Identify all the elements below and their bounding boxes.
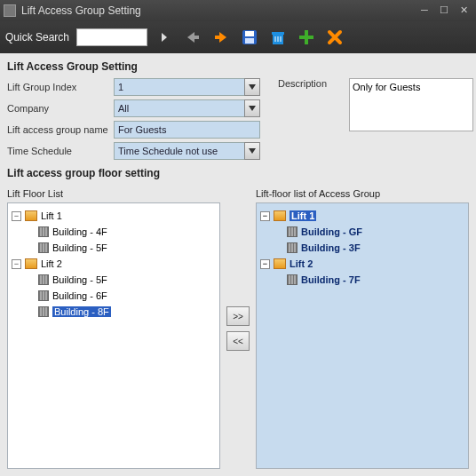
collapse-icon[interactable]: − xyxy=(260,211,270,221)
left-panel-title: Lift Floor List xyxy=(7,188,220,199)
tree-node-label: Lift 2 xyxy=(290,258,313,269)
svg-marker-0 xyxy=(162,33,167,42)
form-right: Description Only for Guests xyxy=(278,78,473,163)
tree-leaf[interactable]: Building - 5F xyxy=(38,273,216,287)
schedule-label: Time Schedule xyxy=(7,146,114,156)
tree-node-lift1[interactable]: − Lift 1 xyxy=(12,209,216,223)
desc-textarea[interactable]: Only for Guests xyxy=(349,78,473,131)
svg-marker-12 xyxy=(249,84,256,90)
window-title: Lift Access Group Setting xyxy=(21,4,414,17)
tree-node-label: Lift 1 xyxy=(290,210,316,221)
collapse-icon[interactable]: − xyxy=(12,211,21,221)
forward-button[interactable] xyxy=(210,26,233,49)
company-input[interactable] xyxy=(114,99,244,117)
chevron-down-icon[interactable] xyxy=(244,78,260,96)
form-section-title: Lift Access Group Setting xyxy=(7,60,469,73)
tree-node-label: Lift 2 xyxy=(41,258,62,269)
tree-leaf[interactable]: Building - 4F xyxy=(38,225,216,239)
tree-leaf[interactable]: Building - 8F xyxy=(38,305,216,319)
floor-section-title: Lift access group floor setting xyxy=(7,167,469,179)
lift-icon xyxy=(274,258,286,269)
form-left: Lift Group Index Company Lift access gro… xyxy=(7,78,260,163)
add-button[interactable] xyxy=(295,26,318,49)
floor-setting: Lift Floor List − Lift 1 Building - 4F B… xyxy=(7,188,469,469)
back-button[interactable] xyxy=(181,26,204,49)
delete-button[interactable] xyxy=(266,26,290,49)
index-label: Lift Group Index xyxy=(7,82,114,92)
content: Lift Access Group Setting Lift Group Ind… xyxy=(0,53,476,476)
app-icon xyxy=(4,4,16,17)
floor-icon xyxy=(38,242,49,253)
minimize-button[interactable]: ─ xyxy=(416,4,433,18)
toolbar: Quick Search xyxy=(0,21,476,53)
schedule-input[interactable] xyxy=(114,142,244,160)
tree-leaf[interactable]: Building - GF xyxy=(287,225,464,239)
left-panel: Lift Floor List − Lift 1 Building - 4F B… xyxy=(7,188,220,469)
tree-node-lift2[interactable]: − Lift 2 xyxy=(12,257,216,271)
floor-icon xyxy=(287,274,298,285)
form-area: Lift Group Index Company Lift access gro… xyxy=(7,78,469,163)
collapse-icon[interactable]: − xyxy=(260,259,270,269)
right-panel: Lift-floor list of Access Group − Lift 1… xyxy=(256,188,469,469)
maximize-button[interactable]: ☐ xyxy=(435,4,453,18)
left-tree[interactable]: − Lift 1 Building - 4F Building - 5F − L… xyxy=(7,202,220,469)
chevron-down-icon[interactable] xyxy=(244,99,260,117)
svg-marker-3 xyxy=(219,32,226,43)
move-right-button[interactable]: >> xyxy=(226,306,250,326)
tree-leaf[interactable]: Building - 6F xyxy=(38,289,216,303)
tree-node-lift1[interactable]: − Lift 1 xyxy=(260,209,464,223)
collapse-icon[interactable]: − xyxy=(12,259,21,269)
name-label: Lift access group name xyxy=(7,124,114,135)
quick-search-input[interactable] xyxy=(76,28,147,46)
chevron-down-icon[interactable] xyxy=(244,142,260,160)
svg-rect-6 xyxy=(245,31,254,36)
tree-leaf[interactable]: Building - 7F xyxy=(287,273,464,287)
tree-leaf[interactable]: Building - 3F xyxy=(287,241,464,255)
floor-icon xyxy=(287,242,298,253)
svg-rect-9 xyxy=(272,32,284,35)
floor-icon xyxy=(287,226,298,237)
svg-rect-2 xyxy=(194,36,199,39)
lift-icon xyxy=(25,258,37,269)
lift-icon xyxy=(274,210,286,221)
quick-search-go-icon[interactable] xyxy=(153,26,176,49)
tree-leaf[interactable]: Building - 5F xyxy=(38,241,216,255)
svg-marker-14 xyxy=(249,148,256,154)
index-input[interactable] xyxy=(114,78,244,96)
right-panel-title: Lift-floor list of Access Group xyxy=(256,188,469,199)
desc-label: Description xyxy=(278,78,349,163)
lift-icon xyxy=(25,210,37,221)
schedule-combo[interactable] xyxy=(114,142,260,160)
company-label: Company xyxy=(7,103,114,114)
floor-icon xyxy=(38,306,49,317)
move-buttons: >> << xyxy=(226,188,250,469)
window: Lift Access Group Setting ─ ☐ ✕ Quick Se… xyxy=(0,0,476,476)
svg-marker-13 xyxy=(249,106,256,111)
quick-search-label: Quick Search xyxy=(5,31,69,44)
close-button[interactable]: ✕ xyxy=(455,4,472,18)
floor-icon xyxy=(38,290,49,301)
tree-node-label: Lift 1 xyxy=(41,210,62,221)
save-button[interactable] xyxy=(238,26,261,49)
svg-rect-7 xyxy=(245,38,254,44)
tree-node-lift2[interactable]: − Lift 2 xyxy=(260,257,464,271)
move-left-button[interactable]: << xyxy=(226,331,250,351)
svg-rect-4 xyxy=(215,36,220,39)
name-input[interactable] xyxy=(114,121,260,139)
right-tree[interactable]: − Lift 1 Building - GF Building - 3F − L… xyxy=(256,202,469,469)
floor-icon xyxy=(38,274,49,285)
svg-rect-11 xyxy=(299,36,313,39)
index-combo[interactable] xyxy=(114,78,260,96)
company-combo[interactable] xyxy=(114,99,260,117)
cancel-button[interactable] xyxy=(323,26,346,49)
titlebar: Lift Access Group Setting ─ ☐ ✕ xyxy=(0,0,476,21)
svg-marker-1 xyxy=(187,32,194,43)
floor-icon xyxy=(38,226,49,237)
